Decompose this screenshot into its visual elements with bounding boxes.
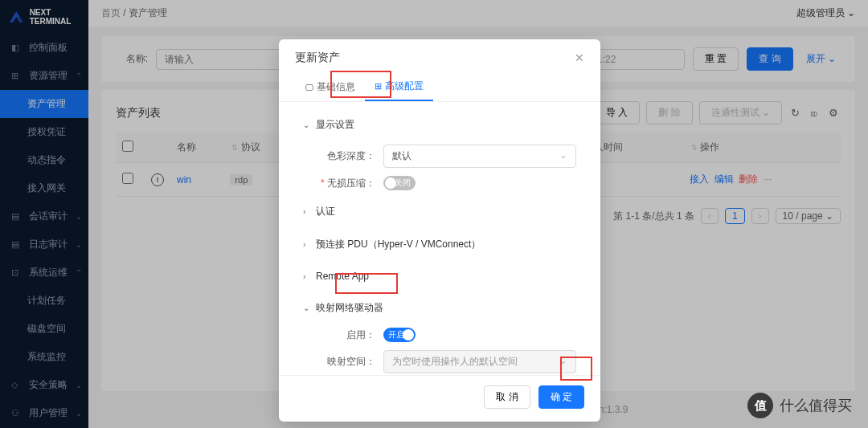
- section-pdu[interactable]: ›预连接 PDU（Hyper-V / VMConnect）: [303, 233, 576, 256]
- watermark-badge-icon: 值: [747, 393, 773, 418]
- chevron-right-icon: ›: [303, 272, 311, 281]
- section-drive[interactable]: ⌄映射网络驱动器: [303, 296, 576, 320]
- modal-title: 更新资产: [295, 51, 340, 65]
- lossless-label: 无损压缩：: [321, 177, 375, 190]
- space-select[interactable]: 为空时使用操作人的默认空间: [383, 350, 576, 373]
- close-icon[interactable]: ✕: [575, 51, 584, 64]
- config-icon: ⊞: [375, 81, 382, 92]
- ok-button[interactable]: 确 定: [538, 385, 584, 409]
- section-remoteapp[interactable]: ›Remote App: [303, 266, 576, 287]
- chevron-down-icon: ⌄: [303, 304, 311, 312]
- section-auth[interactable]: ›认证: [303, 200, 576, 223]
- tab-basic[interactable]: 🖵基础信息: [295, 73, 365, 101]
- chevron-down-icon: ⌄: [303, 120, 311, 129]
- color-depth-label: 色彩深度：: [321, 149, 375, 163]
- enable-switch[interactable]: 开启: [383, 328, 416, 342]
- tab-advanced[interactable]: ⊞高级配置: [365, 73, 433, 101]
- chevron-right-icon: ›: [303, 240, 311, 249]
- update-asset-modal: 更新资产 ✕ 🖵基础信息 ⊞高级配置 ⌄显示设置 色彩深度： 默认 无损压缩： …: [279, 39, 600, 422]
- cancel-button[interactable]: 取 消: [484, 385, 530, 409]
- space-label: 映射空间：: [321, 355, 375, 369]
- monitor-icon: 🖵: [305, 83, 313, 92]
- lossless-switch[interactable]: 关闭: [383, 176, 416, 190]
- watermark: 值 什么值得买: [747, 393, 852, 418]
- color-depth-select[interactable]: 默认: [383, 145, 576, 168]
- section-display[interactable]: ⌄显示设置: [303, 113, 576, 137]
- chevron-right-icon: ›: [303, 207, 311, 216]
- enable-label: 启用：: [321, 328, 375, 342]
